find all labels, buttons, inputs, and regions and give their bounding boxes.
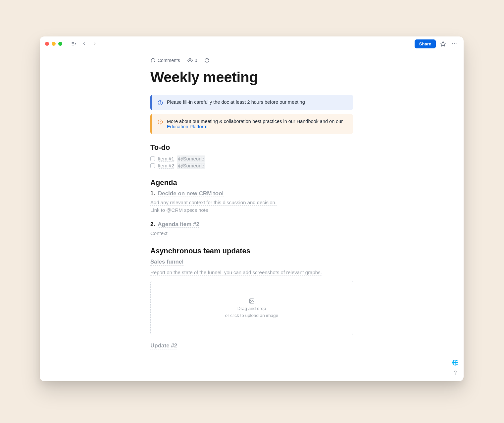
- close-window-icon[interactable]: [45, 42, 49, 46]
- checkbox-icon[interactable]: [150, 163, 155, 168]
- window-traffic-lights: [45, 42, 62, 46]
- globe-icon[interactable]: 🌐: [452, 359, 459, 366]
- titlebar-left: [45, 40, 99, 48]
- views-counter[interactable]: 0: [187, 58, 197, 63]
- page-title[interactable]: Weekly meeting: [150, 69, 353, 86]
- agenda-item-body: Context: [150, 230, 353, 237]
- refresh-icon: [204, 58, 210, 63]
- maximize-window-icon[interactable]: [58, 42, 62, 46]
- svg-point-7: [189, 60, 191, 61]
- mention[interactable]: @Someone: [177, 155, 205, 162]
- titlebar: Share: [40, 36, 464, 51]
- section-agenda: Agenda: [150, 178, 353, 187]
- favorite-star-icon[interactable]: [439, 40, 447, 48]
- more-menu-icon[interactable]: [450, 40, 458, 48]
- app-window: Share Comments: [40, 36, 464, 381]
- sidebar-toggle-icon[interactable]: [70, 40, 77, 48]
- eye-icon: [187, 58, 193, 63]
- chat-icon: [150, 58, 156, 63]
- refresh-button[interactable]: [204, 58, 210, 63]
- update-title-wrap: Update #2: [150, 342, 353, 351]
- agenda-item-title: 1. Decide on new CRM tool: [150, 190, 353, 197]
- update-body: Report on the state of the funnel, you c…: [150, 269, 353, 276]
- titlebar-right: Share: [415, 39, 458, 48]
- minimize-window-icon[interactable]: [52, 42, 56, 46]
- image-icon: [249, 298, 255, 304]
- callout-info: Please fill-in carefully the doc at leas…: [150, 95, 353, 110]
- comments-toggle[interactable]: Comments: [150, 58, 180, 63]
- svg-marker-3: [441, 41, 446, 46]
- document-body: Comments 0 Weekly meeting: [150, 58, 353, 379]
- callout-info-text: Please fill-in carefully the doc at leas…: [167, 99, 305, 105]
- comments-label: Comments: [158, 58, 180, 63]
- update-title: Update #2: [150, 342, 177, 349]
- update-title: Sales funnel: [150, 259, 183, 266]
- mention[interactable]: @Someone: [177, 162, 205, 169]
- agenda-item-title: 2. Agenda item #2: [150, 221, 353, 228]
- svg-point-5: [454, 43, 455, 44]
- todo-list: Item #1, @Someone Item #2, @Someone: [150, 155, 353, 169]
- warning-icon: [158, 119, 163, 125]
- agenda-item[interactable]: 1. Decide on new CRM tool Add any releva…: [150, 190, 353, 214]
- svg-point-6: [456, 43, 456, 44]
- todo-item[interactable]: Item #2, @Someone: [150, 162, 353, 169]
- svg-point-10: [160, 101, 160, 102]
- section-async: Asynchronous team updates: [150, 247, 353, 255]
- info-icon: [158, 100, 163, 105]
- document-content: Comments 0 Weekly meeting: [40, 51, 464, 381]
- update-item[interactable]: Update #2: [150, 342, 353, 351]
- svg-point-15: [250, 300, 251, 300]
- forward-button: [91, 40, 99, 48]
- checkbox-icon[interactable]: [150, 156, 155, 161]
- image-dropzone[interactable]: Drag and drop or click to upload an imag…: [150, 281, 353, 335]
- views-count: 0: [195, 58, 197, 63]
- floating-actions: 🌐 ?: [452, 359, 459, 377]
- doc-meta: Comments 0: [150, 58, 353, 63]
- dropzone-line2: or click to upload an image: [225, 313, 278, 318]
- svg-point-4: [452, 43, 453, 44]
- callout-warning: More about our meeting & collaboration b…: [150, 114, 353, 134]
- todo-item[interactable]: Item #1, @Someone: [150, 155, 353, 162]
- back-button[interactable]: [80, 40, 88, 48]
- agenda-item-body: Add any relevant context for this discus…: [150, 199, 353, 214]
- share-button[interactable]: Share: [415, 39, 436, 48]
- update-title-wrap: Sales funnel: [150, 259, 353, 268]
- update-item[interactable]: Sales funnel Report on the state of the …: [150, 259, 353, 335]
- callout-warning-text: More about our meeting & collaboration b…: [167, 119, 347, 129]
- section-todo: To-do: [150, 143, 353, 152]
- help-icon[interactable]: ?: [452, 369, 459, 377]
- agenda-item[interactable]: 2. Agenda item #2 Context: [150, 221, 353, 237]
- dropzone-line1: Drag and drop: [237, 306, 266, 311]
- education-platform-link[interactable]: Education Platform: [167, 124, 208, 129]
- svg-point-13: [160, 123, 160, 123]
